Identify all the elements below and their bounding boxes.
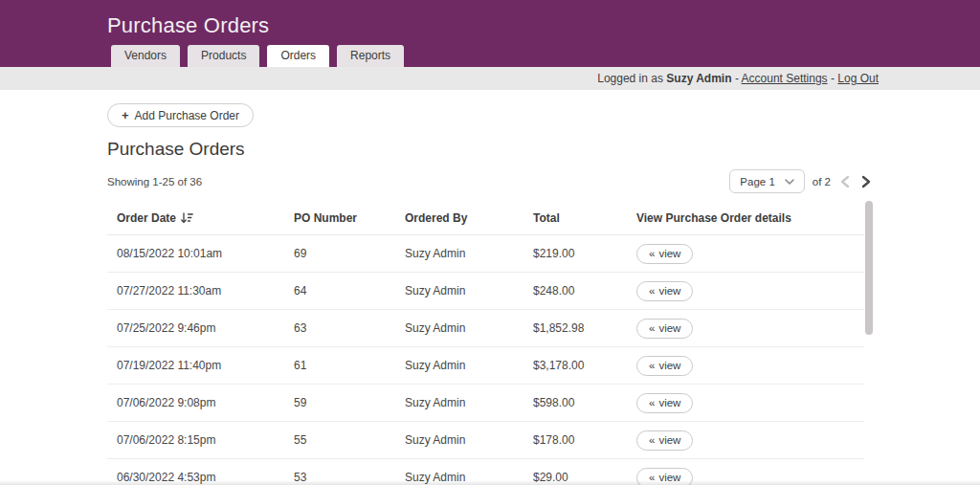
total-cell: $219.00 [533, 247, 636, 260]
po-number-cell: 64 [294, 284, 405, 298]
column-header-order-date[interactable]: Order Date [107, 211, 294, 225]
chevron-down-icon [785, 179, 794, 185]
table-row: 07/06/2022 9:08pm59Suzy Admin$598.00«vie… [107, 385, 864, 422]
table-row: 08/15/2022 10:01am69Suzy Admin$219.00«vi… [107, 235, 864, 273]
sort-descending-icon [181, 212, 193, 224]
view-button-label: view [658, 285, 680, 297]
column-header-ordered-by[interactable]: Ordered By [405, 211, 533, 225]
po-number-cell: 61 [294, 359, 405, 372]
view-details-cell: «view [636, 356, 864, 376]
ordered-by-cell: Suzy Admin [405, 471, 533, 484]
column-header-total[interactable]: Total [533, 211, 636, 225]
po-number-cell: 69 [294, 247, 405, 260]
total-cell: $3,178.00 [533, 359, 636, 372]
logged-in-username: Suzy Admin [666, 72, 731, 85]
tab-vendors[interactable]: Vendors [111, 45, 180, 67]
view-button[interactable]: «view [636, 356, 693, 376]
view-details-cell: «view [636, 319, 864, 339]
order-date-cell: 07/25/2022 9:46pm [107, 321, 294, 335]
nav-tabs: VendorsProductsOrdersReports [107, 45, 404, 67]
page-select-value: Page 1 [740, 176, 774, 187]
pagination: Page 1 of 2 [729, 169, 873, 193]
ordered-by-cell: Suzy Admin [405, 321, 533, 335]
view-button[interactable]: «view [636, 430, 693, 451]
table-row: 07/06/2022 8:15pm55Suzy Admin$178.00«vie… [107, 422, 864, 459]
user-bar: Logged in as Suzy Admin - Account Settin… [0, 67, 980, 90]
total-cell: $598.00 [533, 396, 636, 409]
ordered-by-cell: Suzy Admin [405, 359, 533, 372]
view-details-cell: «view [636, 244, 864, 264]
page-title: Purchase Orders [107, 139, 873, 160]
vertical-scrollbar[interactable] [865, 201, 873, 335]
column-header-po-number[interactable]: PO Number [294, 211, 405, 225]
purchase-orders-table: Order Date PO Number [107, 201, 873, 485]
view-details-cell: «view [636, 393, 864, 413]
separator: - [831, 72, 835, 85]
po-number-cell: 59 [294, 396, 405, 409]
view-button[interactable]: «view [636, 468, 693, 485]
view-button-label: view [658, 322, 680, 334]
app-header: Purchase Orders VendorsProductsOrdersRep… [0, 0, 980, 67]
separator: - [735, 72, 739, 85]
add-purchase-order-label: Add Purchase Order [135, 109, 239, 122]
results-count: Showing 1-25 of 36 [107, 176, 202, 187]
po-number-cell: 55 [294, 433, 405, 447]
tab-orders[interactable]: Orders [267, 45, 329, 67]
table-row: 07/25/2022 9:46pm63Suzy Admin$1,852.98«v… [107, 310, 864, 347]
view-button-label: view [658, 434, 680, 446]
table-row: 07/27/2022 11:30am64Suzy Admin$248.00«vi… [107, 273, 864, 310]
table-row: 07/19/2022 11:40pm61Suzy Admin$3,178.00«… [107, 347, 864, 385]
table-header-row: Order Date PO Number [107, 201, 864, 235]
column-header-view-details: View Purchase Order details [636, 211, 864, 225]
total-cell: $29.00 [533, 471, 636, 484]
tab-products[interactable]: Products [188, 45, 259, 67]
app-title: Purchase Orders [107, 0, 873, 38]
double-chevron-left-icon: « [649, 322, 655, 334]
next-page-icon[interactable] [859, 173, 873, 190]
table-body: 08/15/2022 10:01am69Suzy Admin$219.00«vi… [107, 235, 864, 485]
view-details-cell: «view [636, 430, 864, 451]
total-cell: $1,852.98 [533, 321, 636, 335]
order-date-cell: 08/15/2022 10:01am [107, 247, 294, 260]
ordered-by-cell: Suzy Admin [405, 247, 533, 260]
po-number-cell: 53 [294, 471, 405, 484]
total-cell: $178.00 [533, 433, 636, 447]
page-total-text: of 2 [813, 176, 831, 187]
view-button[interactable]: «view [636, 393, 693, 413]
double-chevron-left-icon: « [649, 285, 655, 297]
ordered-by-cell: Suzy Admin [405, 284, 533, 298]
order-date-cell: 07/06/2022 9:08pm [107, 396, 294, 409]
tab-reports[interactable]: Reports [337, 45, 404, 67]
logged-in-prefix: Logged in as [597, 72, 663, 85]
double-chevron-left-icon: « [649, 434, 655, 446]
order-date-cell: 07/27/2022 11:30am [107, 284, 294, 298]
view-button[interactable]: «view [636, 319, 693, 339]
view-button-label: view [658, 360, 680, 371]
log-out-link[interactable]: Log Out [837, 72, 879, 85]
view-details-cell: «view [636, 468, 864, 485]
plus-icon: + [122, 108, 129, 122]
view-button[interactable]: «view [636, 281, 693, 301]
view-button[interactable]: «view [636, 244, 693, 264]
order-date-cell: 07/19/2022 11:40pm [107, 359, 294, 372]
po-number-cell: 63 [294, 321, 405, 335]
view-button-label: view [658, 397, 680, 408]
double-chevron-left-icon: « [649, 248, 655, 259]
double-chevron-left-icon: « [649, 472, 655, 483]
view-button-label: view [658, 248, 680, 259]
total-cell: $248.00 [533, 284, 636, 298]
order-date-cell: 06/30/2022 4:53pm [107, 471, 294, 484]
previous-page-icon[interactable] [838, 173, 852, 190]
double-chevron-left-icon: « [649, 397, 655, 408]
ordered-by-cell: Suzy Admin [405, 433, 533, 447]
double-chevron-left-icon: « [649, 360, 655, 371]
view-details-cell: «view [636, 281, 864, 301]
view-button-label: view [658, 472, 680, 483]
page-select[interactable]: Page 1 [729, 169, 804, 193]
add-purchase-order-button[interactable]: + Add Purchase Order [107, 103, 254, 127]
account-settings-link[interactable]: Account Settings [742, 72, 828, 85]
table-row: 06/30/2022 4:53pm53Suzy Admin$29.00«view [107, 459, 864, 485]
order-date-cell: 07/06/2022 8:15pm [107, 433, 294, 447]
ordered-by-cell: Suzy Admin [405, 396, 533, 409]
